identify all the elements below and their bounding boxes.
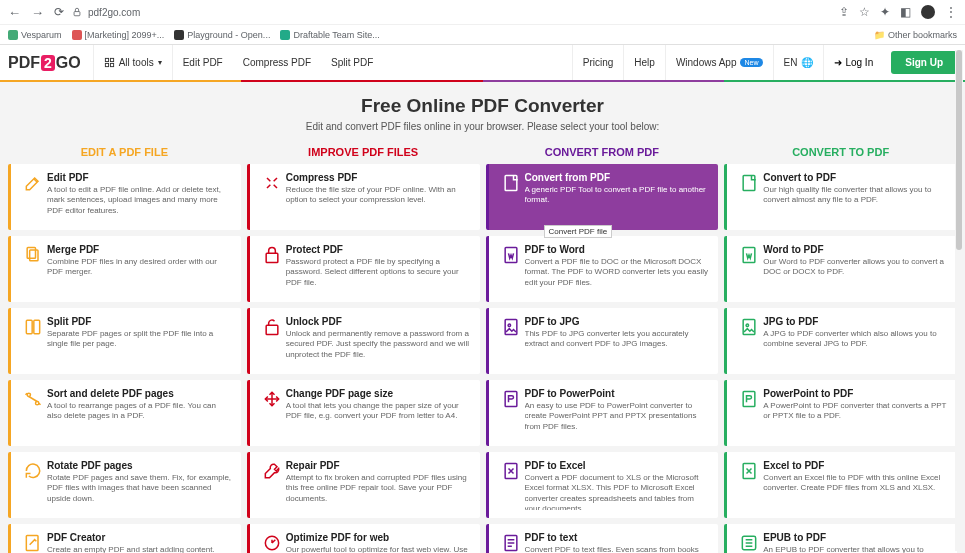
tool-icon [19,388,47,438]
tool-card[interactable]: PDF to PowerPointAn easy to use PDF to P… [486,380,719,446]
tool-card[interactable]: PowerPoint to PDFA PowerPoint to PDF con… [724,380,957,446]
tool-icon [258,388,286,438]
tool-title: Compress PDF [286,172,472,183]
page-title: Free Online PDF Converter [0,95,965,117]
tool-description: Reduce the file size of your PDF online.… [286,185,472,206]
bookmark-item[interactable]: Playground - Open... [174,30,270,40]
tool-icon [735,388,763,438]
nav-edit-pdf[interactable]: Edit PDF [173,45,233,81]
svg-rect-8 [34,320,40,333]
svg-point-9 [27,393,30,396]
nav-split-pdf[interactable]: Split PDF [321,45,383,81]
tool-card[interactable]: Unlock PDFUnlock and permanently remove … [247,308,480,374]
tool-card[interactable]: Optimize PDF for webOur powerful tool to… [247,524,480,553]
col-header-improve: IMPROVE PDF FILES [247,142,480,162]
star-icon[interactable]: ☆ [859,5,870,19]
language-selector[interactable]: EN 🌐 [773,45,824,81]
tool-card[interactable]: Sort and delete PDF pagesA tool to rearr… [8,380,241,446]
tool-title: Sort and delete PDF pages [47,388,233,399]
nav-help[interactable]: Help [623,45,665,81]
tool-icon [19,244,47,294]
tool-icon [497,172,525,222]
bookmark-item[interactable]: Vesparum [8,30,62,40]
tool-title: Rotate PDF pages [47,460,233,471]
tool-title: EPUB to PDF [763,532,949,543]
tool-card[interactable]: Excel to PDFConvert an Excel file to PDF… [724,452,957,518]
logo[interactable]: PDF2GO [8,54,81,72]
svg-point-25 [746,324,749,327]
scrollbar[interactable] [955,50,963,551]
signup-button[interactable]: Sign Up [891,51,957,74]
tool-card[interactable]: JPG to PDFA JPG to PDF converter which a… [724,308,957,374]
tool-card[interactable]: Rotate PDF pagesRotate PDF pages and sav… [8,452,241,518]
tool-card[interactable]: Split PDFSeparate PDF pages or split the… [8,308,241,374]
column-headers: EDIT A PDF FILE IMPROVE PDF FILES CONVER… [0,142,965,162]
forward-button[interactable]: → [31,5,44,20]
tool-icon [735,172,763,222]
tool-card[interactable]: Convert to PDFOur high quality file conv… [724,164,957,230]
tool-icon [735,460,763,510]
tool-card[interactable]: Convert from PDFA generic PDF Tool to co… [486,164,719,230]
tool-description: A JPG to PDF converter which also allows… [763,329,949,350]
menu-icon[interactable]: ⋮ [945,5,957,19]
tool-card[interactable]: PDF to textConvert PDF to text files. Ev… [486,524,719,553]
tool-card[interactable]: Change PDF page sizeA tool that lets you… [247,380,480,446]
tool-title: PDF to Excel [525,460,711,471]
page-subtitle: Edit and convert PDF files online in you… [0,121,965,132]
tool-description: Convert PDF to text files. Even scans fr… [525,545,711,553]
tool-title: Merge PDF [47,244,233,255]
svg-rect-7 [26,320,32,333]
reload-button[interactable]: ⟳ [54,5,64,20]
other-bookmarks[interactable]: 📁Other bookmarks [874,30,957,40]
tool-card[interactable]: Merge PDFCombine PDF files in any desire… [8,236,241,302]
globe-icon: 🌐 [801,57,813,68]
tool-card[interactable]: Edit PDFA tool to edit a PDF file online… [8,164,241,230]
extensions-icon[interactable]: ✦ [880,5,890,19]
all-tools-dropdown[interactable]: All tools ▾ [93,45,173,81]
site-header: PDF2GO All tools ▾ Edit PDF Compress PDF… [0,45,965,81]
share-icon[interactable]: ⇪ [839,5,849,19]
bookmark-item[interactable]: [Marketing] 2099+... [72,30,165,40]
bookmark-item[interactable]: Draftable Team Site... [280,30,379,40]
back-button[interactable]: ← [8,5,21,20]
nav-windows-app[interactable]: Windows App New [665,45,773,81]
tool-card[interactable]: PDF to WordConvert a PDF file to DOC or … [486,236,719,302]
bookmarks-bar: Vesparum [Marketing] 2099+... Playground… [0,24,965,44]
svg-rect-2 [110,58,113,61]
tool-card[interactable]: PDF to ExcelConvert a PDF document to XL… [486,452,719,518]
tool-title: PowerPoint to PDF [763,388,949,399]
extension-icon[interactable]: ◧ [900,5,911,19]
tool-icon [258,316,286,366]
tool-icon [735,532,763,553]
address-bar[interactable]: pdf2go.com [72,7,831,18]
tool-title: Split PDF [47,316,233,327]
tool-card[interactable]: Compress PDFReduce the file size of your… [247,164,480,230]
tool-card[interactable]: Protect PDFPassword protect a PDF file b… [247,236,480,302]
tool-description: Convert a PDF file to DOC or the Microso… [525,257,711,288]
login-button[interactable]: ➜Log In [823,45,883,81]
tool-icon [497,244,525,294]
tool-card[interactable]: PDF CreatorCreate an empty PDF and start… [8,524,241,553]
tool-icon [258,532,286,553]
tool-icon [497,388,525,438]
tool-card[interactable]: PDF to JPGThis PDF to JPG converter lets… [486,308,719,374]
tool-icon [19,316,47,366]
nav-compress-pdf[interactable]: Compress PDF [233,45,321,81]
col-header-edit: EDIT A PDF FILE [8,142,241,162]
svg-rect-17 [505,320,517,335]
tool-card[interactable]: EPUB to PDFAn EPUB to PDF converter that… [724,524,957,553]
tool-title: Change PDF page size [286,388,472,399]
svg-rect-5 [27,248,35,259]
tool-title: Excel to PDF [763,460,949,471]
tool-description: Our high quality file converter that all… [763,185,949,206]
tool-card[interactable]: Repair PDFAttempt to fix broken and corr… [247,452,480,518]
profile-avatar[interactable] [921,5,935,19]
tool-description: A PowerPoint to PDF converter that conve… [763,401,949,422]
chevron-down-icon: ▾ [158,58,162,67]
tool-card[interactable]: Word to PDFOur Word to PDF converter all… [724,236,957,302]
nav-pricing[interactable]: Pricing [572,45,624,81]
tool-title: PDF to Word [525,244,711,255]
tool-description: An EPUB to PDF converter that allows you… [763,545,949,553]
svg-rect-3 [105,63,108,66]
col-header-from: CONVERT FROM PDF [486,142,719,162]
